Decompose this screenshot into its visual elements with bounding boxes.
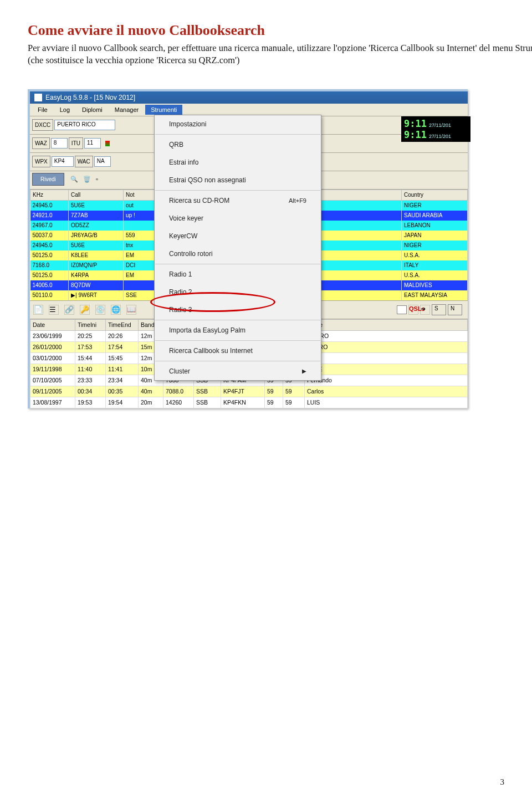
page-body-text: Per avviare il nuovo Callbook search, pe… [28,42,532,67]
clock-time2: 9:11 [404,129,427,140]
page-heading: Come avviare il nuovo Callbooksearch [28,22,532,39]
menu-item[interactable]: KeyerCW [155,227,321,245]
clock-time1: 9:11 [404,118,427,129]
qsls-arrow-icon: ➔ [420,305,430,315]
menu-item[interactable]: Ricerca Callbook su Internet [155,342,321,360]
dxcc-value: PUERTO RICO [54,120,115,130]
log-row[interactable]: 09/11/200500:3400:3540m7088.0SSBKP4FJT59… [30,386,468,397]
qsls-box: QSLs ➔ S N [397,304,462,315]
menu-diplomi[interactable]: Diplomi [76,105,108,115]
search-icon[interactable]: 🔍 [70,176,78,182]
wac-value: NA [94,156,111,167]
clock-panel: 9:1127/11/201 9:1127/11/201 [401,116,470,142]
spot-col-khz[interactable]: KHz [30,190,69,200]
waz-value: 8 [51,138,68,149]
title-bar: EasyLog 5.9.8 - [15 Nov 2012] [30,91,468,104]
link-icon[interactable]: 🔗 [64,305,74,315]
rivedi-button[interactable]: Rivedi [32,173,64,186]
doc-icon[interactable]: 📄 [33,305,43,315]
dxcc-button[interactable]: DXCC [32,119,53,131]
wpx-value: KP4 [52,156,74,167]
qsls-n[interactable]: N [448,304,462,315]
menu-manager[interactable]: Manager [109,105,144,115]
extra-icon[interactable]: ▫ [96,176,98,182]
menu-log[interactable]: Log [54,105,75,115]
key-icon[interactable]: 🔑 [80,305,90,315]
disc-icon[interactable]: 💿 [95,305,105,315]
log-col-name[interactable]: Name [305,319,468,330]
clock-date2: 27/11/201 [429,134,451,139]
flag-icon [105,141,110,146]
menu-strumenti[interactable]: Strumenti [145,105,182,115]
menu-item[interactable]: Importa da EasyLog Palm [155,321,321,339]
log-col-date[interactable]: Date [30,319,75,330]
menu-item[interactable]: Radio 1 [155,265,321,283]
log-col-timeini[interactable]: TimeIni [75,319,106,330]
wpx-button[interactable]: WPX [32,156,50,167]
log-row[interactable]: 13/08/199719:5319:5420m14260SSBKP4FKN595… [30,397,468,408]
waz-button[interactable]: WAZ [32,137,50,149]
spot-col-call[interactable]: Call [69,190,124,200]
clock-date1: 27/11/201 [429,122,451,128]
menu-bar: File Log Diplomi Manager Strumenti Impos… [30,104,468,116]
strumenti-dropdown: ImpostazioniQRBEstrai infoEstrai QSO non… [154,115,321,381]
itu-value: 11 [84,138,101,149]
qsls-s[interactable]: S [432,304,446,315]
menu-item[interactable]: Impostazioni [155,115,321,133]
book-icon[interactable]: 📖 [126,305,136,315]
menu-item[interactable]: Radio 3 [155,301,321,319]
menu-item[interactable]: Estrai QSO non assegnati [155,171,321,189]
globe-icon[interactable]: 🌐 [111,305,121,315]
menu-item[interactable]: Cluster▶ [155,362,321,380]
menu-file[interactable]: File [32,105,53,115]
menu-item[interactable]: Radio 2 [155,283,321,301]
log-col-timeend[interactable]: TimeEnd [106,319,139,330]
window-title: EasyLog 5.9.8 - [15 Nov 2012] [45,94,135,101]
list-icon[interactable]: ☰ [49,305,59,315]
trash-icon[interactable]: 🗑️ [83,176,91,182]
screenshot-window: EasyLog 5.9.8 - [15 Nov 2012] File Log D… [28,89,468,408]
menu-item[interactable]: Estrai info [155,154,321,171]
menu-item[interactable]: QRB [155,136,321,154]
menu-item[interactable]: Controllo rotori [155,245,321,263]
menu-item[interactable]: Ricerca su CD-ROMAlt+F9 [155,192,321,209]
keyboard-icon[interactable] [397,305,407,314]
qsls-label: QSLs [408,305,418,315]
app-icon [34,94,42,101]
itu-button[interactable]: ITU [69,137,83,149]
menu-item[interactable]: Voice keyer [155,209,321,227]
wac-button[interactable]: WAC [75,156,93,167]
spot-col-country[interactable]: Country [402,190,468,200]
